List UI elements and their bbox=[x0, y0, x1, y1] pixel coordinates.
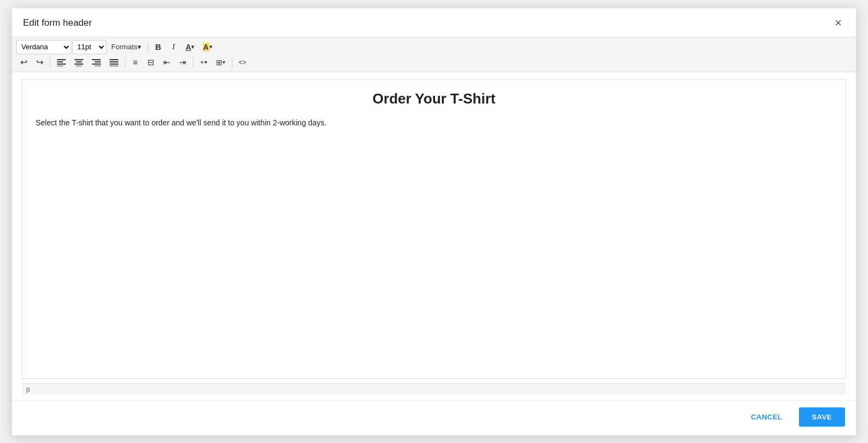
svg-rect-9 bbox=[95, 61, 101, 62]
redo-button[interactable]: ↪ bbox=[32, 55, 47, 70]
indent-button[interactable]: ⇥ bbox=[175, 55, 190, 70]
highlight-button[interactable]: A ▾ bbox=[199, 40, 216, 54]
align-justify-icon bbox=[110, 59, 118, 66]
svg-rect-5 bbox=[76, 61, 82, 62]
edit-form-header-dialog: Edit form header × Verdana 11pt Formats … bbox=[12, 8, 856, 435]
table-arrow: ▾ bbox=[222, 59, 225, 65]
svg-rect-0 bbox=[57, 59, 66, 60]
align-left-icon bbox=[57, 59, 66, 66]
align-right-icon bbox=[92, 59, 101, 66]
toolbar-divider-3 bbox=[125, 57, 125, 68]
font-color-button[interactable]: A ▾ bbox=[182, 40, 198, 54]
align-left-button[interactable] bbox=[53, 55, 70, 70]
formats-label: Formats bbox=[111, 43, 138, 51]
toolbar-divider-4 bbox=[193, 57, 193, 68]
bold-button[interactable]: B bbox=[151, 40, 165, 54]
svg-rect-1 bbox=[57, 61, 63, 62]
close-button[interactable]: × bbox=[831, 16, 845, 30]
unordered-list-button[interactable]: ≡ bbox=[128, 55, 142, 70]
svg-rect-10 bbox=[92, 64, 101, 65]
table-button[interactable]: ⊞▾ bbox=[212, 55, 229, 70]
save-button[interactable]: SAVE bbox=[799, 407, 845, 427]
svg-rect-3 bbox=[57, 66, 63, 66]
svg-rect-12 bbox=[110, 59, 118, 60]
status-element: p bbox=[26, 386, 30, 393]
formats-arrow: ▾ bbox=[138, 43, 141, 51]
insert-button[interactable]: +▾ bbox=[196, 55, 211, 70]
svg-rect-8 bbox=[92, 59, 101, 60]
font-family-select[interactable]: Verdana bbox=[16, 40, 71, 54]
toolbar-divider-1 bbox=[148, 42, 149, 53]
formats-dropdown[interactable]: Formats ▾ bbox=[107, 40, 145, 54]
editor-heading: Order Your T-Shirt bbox=[36, 90, 832, 107]
insert-arrow: ▾ bbox=[204, 59, 207, 65]
align-center-button[interactable] bbox=[71, 55, 87, 70]
svg-rect-2 bbox=[57, 64, 66, 65]
outdent-button[interactable]: ⇤ bbox=[159, 55, 174, 70]
svg-rect-15 bbox=[110, 66, 118, 66]
font-color-label: A bbox=[186, 43, 191, 51]
svg-rect-14 bbox=[110, 64, 118, 65]
font-size-select[interactable]: 11pt bbox=[72, 40, 106, 54]
svg-rect-6 bbox=[75, 64, 83, 65]
svg-rect-13 bbox=[110, 61, 118, 62]
font-color-arrow: ▾ bbox=[191, 44, 194, 50]
dialog-title: Edit form header bbox=[23, 18, 92, 28]
cancel-button[interactable]: CANCEL bbox=[741, 407, 792, 427]
toolbar-row-1: Verdana 11pt Formats ▾ B I A ▾ A ▾ bbox=[16, 40, 852, 54]
editor-body: Select the T-shirt that you want to orde… bbox=[36, 117, 832, 129]
editor-content-area[interactable]: Order Your T-Shirt Select the T-shirt th… bbox=[22, 79, 846, 379]
highlight-arrow: ▾ bbox=[209, 44, 212, 50]
dialog-titlebar: Edit form header × bbox=[12, 8, 856, 37]
align-right-button[interactable] bbox=[88, 55, 105, 70]
italic-button[interactable]: I bbox=[167, 40, 181, 54]
svg-rect-11 bbox=[95, 66, 101, 66]
toolbar-divider-2 bbox=[50, 57, 50, 68]
ordered-list-button[interactable]: ⊟ bbox=[144, 55, 158, 70]
undo-button[interactable]: ↩ bbox=[16, 55, 31, 70]
toolbar-divider-5 bbox=[232, 57, 232, 68]
align-center-icon bbox=[75, 59, 83, 66]
svg-rect-7 bbox=[76, 66, 82, 66]
toolbar-row-2: ↩ ↪ ≡ ⊟ ⇤ ⇥ +▾ ⊞▾ bbox=[16, 55, 852, 70]
editor-toolbar: Verdana 11pt Formats ▾ B I A ▾ A ▾ ↩ bbox=[12, 37, 856, 72]
svg-rect-4 bbox=[75, 59, 83, 60]
highlight-label: A bbox=[203, 43, 209, 51]
dialog-footer: CANCEL SAVE bbox=[12, 400, 856, 435]
source-button[interactable]: <> bbox=[235, 55, 250, 70]
editor-status-bar: p bbox=[22, 383, 846, 395]
insert-plus: + bbox=[200, 58, 204, 66]
table-icon: ⊞ bbox=[216, 58, 222, 67]
align-justify-button[interactable] bbox=[106, 55, 122, 70]
